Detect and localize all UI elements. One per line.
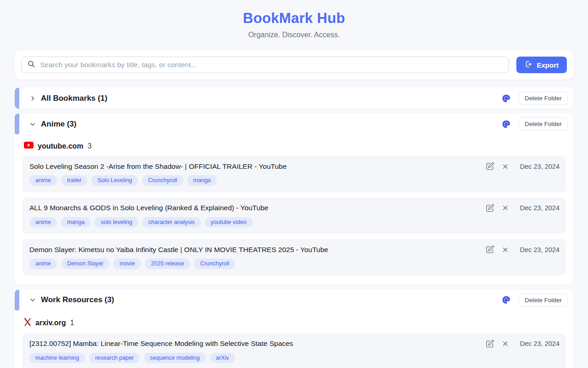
folder-label: Anime (3): [41, 120, 76, 129]
bookmark-date: Dec 23, 2024: [520, 204, 560, 212]
close-icon[interactable]: [502, 163, 509, 170]
delete-folder-button[interactable]: Delete Folder: [519, 293, 568, 307]
tag[interactable]: arXiv: [210, 353, 235, 363]
palette-icon[interactable]: [502, 120, 511, 129]
domain-group-youtube: youtube.com 3: [24, 142, 566, 150]
edit-icon[interactable]: [486, 245, 494, 254]
tag[interactable]: 2025 release: [145, 259, 190, 269]
tag[interactable]: research paper: [89, 353, 140, 363]
bookmark-date: Dec 23, 2024: [520, 163, 560, 170]
tags-row: anime trailer Solo Leveling Crunchyroll …: [29, 175, 560, 186]
tag[interactable]: manga: [61, 217, 90, 228]
tag[interactable]: trailer: [61, 175, 87, 186]
edit-icon[interactable]: [486, 162, 494, 171]
folder-label: All Bookmarks (1): [41, 94, 107, 103]
tag[interactable]: youtube video: [205, 217, 253, 228]
arxiv-icon: [24, 318, 31, 328]
close-icon[interactable]: [502, 247, 509, 253]
palette-icon[interactable]: [502, 94, 511, 103]
folder-accent-strip: [15, 88, 19, 109]
app-header: BookMark Hub Organize. Discover. Access.: [0, 0, 588, 39]
export-label: Export: [537, 61, 559, 69]
folder-body: youtube.com 3 Solo Leveling Season 2 -Ar…: [15, 134, 573, 285]
domain-name: arxiv.org: [35, 319, 66, 327]
bookmark-date: Dec 23, 2024: [520, 340, 560, 347]
domain-count: 1: [70, 319, 74, 327]
tags-row: anime Demon Slayer movie 2025 release Cr…: [29, 259, 560, 269]
export-icon: [525, 60, 532, 69]
delete-folder-button[interactable]: Delete Folder: [519, 117, 568, 131]
bookmark-date: Dec 23, 2024: [520, 246, 560, 253]
bookmark-title: [2312.00752] Mamba: Linear-Time Sequence…: [29, 339, 477, 348]
folder-accent-strip: [15, 114, 19, 134]
tag[interactable]: sequence modeling: [144, 353, 205, 363]
tag[interactable]: movie: [113, 259, 141, 269]
edit-icon[interactable]: [486, 339, 494, 348]
tag[interactable]: manga: [187, 175, 217, 186]
tag[interactable]: Crunchyroll: [142, 175, 183, 186]
folder-actions: Delete Folder: [502, 92, 568, 105]
folder-header[interactable]: Anime (3) Delete Folder: [15, 114, 573, 134]
search-input[interactable]: [40, 61, 503, 69]
export-button[interactable]: Export: [516, 57, 567, 73]
bookmark-item: Solo Leveling Season 2 -Arise from the S…: [22, 156, 566, 192]
bookmark-title: ALL 9 Monarchs & GODS in Solo Leveling (…: [29, 204, 477, 212]
delete-folder-button[interactable]: Delete Folder: [519, 92, 568, 105]
search-box[interactable]: [21, 57, 509, 73]
folder-work-resources: Work Resources (3) Delete Folder: [15, 290, 573, 368]
domain-name: youtube.com: [38, 142, 84, 150]
folder-all-bookmarks: All Bookmarks (1) Delete Folder: [15, 88, 573, 109]
page: BookMark Hub Organize. Discover. Access.…: [0, 0, 588, 368]
tag[interactable]: Demon Slayer: [61, 259, 109, 269]
tag[interactable]: solo leveling: [95, 217, 138, 228]
folder-actions: Delete Folder: [502, 293, 568, 307]
bookmark-title: Solo Leveling Season 2 -Arise from the S…: [29, 162, 477, 171]
folder-header[interactable]: Work Resources (3) Delete Folder: [15, 290, 573, 310]
close-icon[interactable]: [502, 340, 509, 347]
tags-row: machine learning research paper sequence…: [29, 353, 560, 363]
bookmark-item: [2312.00752] Mamba: Linear-Time Sequence…: [22, 334, 566, 368]
bookmark-item: ALL 9 Monarchs & GODS in Solo Leveling (…: [22, 198, 566, 234]
tag[interactable]: machine learning: [29, 353, 85, 363]
folder-actions: Delete Folder: [502, 117, 568, 131]
tag[interactable]: anime: [29, 259, 57, 269]
folder-accent-strip: [15, 290, 19, 310]
domain-count: 3: [88, 142, 92, 150]
bookmark-title: Demon Slayer: Kimetsu no Yaiba Infinity …: [29, 246, 477, 254]
youtube-icon: [24, 142, 34, 150]
tag[interactable]: anime: [29, 217, 57, 228]
folder-header[interactable]: All Bookmarks (1) Delete Folder: [15, 88, 573, 109]
tag[interactable]: Solo Leveling: [91, 175, 138, 186]
palette-icon[interactable]: [502, 295, 511, 305]
folder-body: arxiv.org 1 [2312.00752] Mamba: Linear-T…: [15, 310, 573, 368]
close-icon[interactable]: [502, 205, 509, 211]
tag[interactable]: anime: [29, 175, 57, 186]
search-card: Export: [15, 50, 573, 80]
chevron-right-icon[interactable]: [29, 95, 36, 102]
bookmark-item: Demon Slayer: Kimetsu no Yaiba Infinity …: [22, 239, 566, 276]
domain-group-arxiv: arxiv.org 1: [24, 318, 566, 328]
search-icon: [27, 60, 35, 70]
folder-label: Work Resources (3): [41, 295, 114, 305]
tags-row: anime manga solo leveling character anal…: [29, 217, 560, 228]
page-subtitle: Organize. Discover. Access.: [0, 31, 588, 39]
edit-icon[interactable]: [486, 204, 494, 213]
tag[interactable]: character analysis: [142, 217, 201, 228]
folder-anime: Anime (3) Delete Folder youtube.com 3: [15, 114, 573, 285]
chevron-down-icon[interactable]: [29, 121, 36, 127]
tag[interactable]: Crunchyroll: [194, 259, 235, 269]
page-title: BookMark Hub: [0, 10, 588, 27]
chevron-down-icon[interactable]: [29, 297, 36, 303]
